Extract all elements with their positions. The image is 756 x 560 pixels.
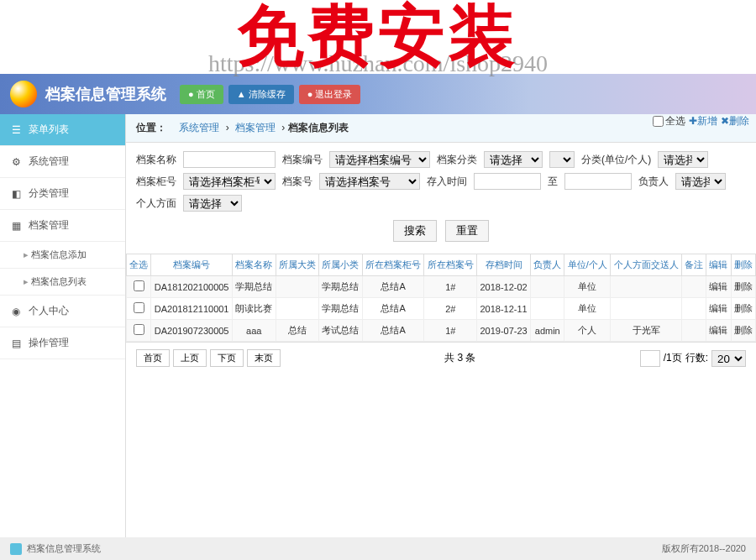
next-page-button[interactable]: 下页 [210, 349, 244, 367]
cell [531, 298, 564, 320]
cell: DA201907230005 [151, 320, 233, 342]
row-checkbox[interactable] [134, 280, 144, 291]
prev-page-button[interactable]: 上页 [173, 349, 207, 367]
logout-button[interactable]: ● 退出登录 [299, 85, 361, 104]
footer-copyright: 版权所有2018--2020 [662, 542, 746, 555]
cell: DA201812110001 [151, 298, 233, 320]
user-icon: ◉ [10, 306, 22, 317]
code-label: 档案编号 [282, 153, 323, 167]
cell: 2019-07-23 [477, 320, 531, 342]
pager-total: 共 3 条 [281, 351, 640, 365]
reset-button[interactable]: 重置 [445, 220, 489, 242]
breadcrumb-lv1[interactable]: 系统管理 [179, 122, 219, 133]
delete-link[interactable]: ✖删除 [721, 114, 749, 128]
sidebar-sub-archive-list[interactable]: 档案信息列表 [0, 269, 125, 296]
sidebar-menu-list[interactable]: ☰菜单列表 [0, 114, 125, 146]
col-header: 档案名称 [233, 254, 276, 276]
time-from-input[interactable] [474, 173, 541, 190]
catunit-select[interactable]: 请选择 [658, 151, 708, 168]
col-header: 所属大类 [276, 254, 319, 276]
cell [611, 276, 682, 298]
delete-link[interactable]: 删除 [731, 276, 755, 298]
cell-unit: 个人 [564, 320, 611, 342]
cell: 1# [424, 276, 477, 298]
cell: 学期总结 [319, 276, 363, 298]
to-label: 至 [548, 175, 558, 189]
cell: 于光军 [611, 320, 682, 342]
col-header: 所在档案柜号 [362, 254, 424, 276]
breadcrumb: 位置： 系统管理 › 档案管理 › 档案信息列表 全选 ✚新增 ✖删除 [126, 114, 756, 143]
table-row: DA201812110001朗读比赛学期总结总结A2#2018-12-11单位编… [127, 298, 756, 320]
cell: 朗读比赛 [233, 298, 276, 320]
footer: 档案信息管理系统 版权所有2018--2020 [0, 537, 756, 560]
room-select[interactable]: 请选择档案号 [319, 173, 420, 190]
name-label: 档案名称 [136, 153, 176, 167]
person-label: 负责人 [638, 175, 669, 189]
page-input[interactable] [640, 350, 660, 367]
app-logo [10, 81, 37, 107]
content: 位置： 系统管理 › 档案管理 › 档案信息列表 全选 ✚新增 ✖删除 档案名称… [126, 114, 756, 553]
cat2-select[interactable] [549, 151, 575, 168]
sidebar-item-personal[interactable]: ◉个人中心 [0, 296, 125, 327]
time-to-input[interactable] [564, 173, 632, 190]
cell: admin [531, 320, 564, 342]
sidebar: ☰菜单列表 ⚙系统管理 ◧分类管理 ▦档案管理 档案信息添加 档案信息列表 ◉个… [0, 114, 126, 553]
time-label: 存入时间 [427, 175, 467, 189]
add-link[interactable]: ✚新增 [689, 114, 717, 128]
aspect-select[interactable]: 请选择 [183, 195, 242, 212]
cell-unit: 单位 [564, 276, 611, 298]
cab-select[interactable]: 请选择档案柜号 [183, 173, 276, 190]
sidebar-item-system[interactable]: ⚙系统管理 [0, 146, 125, 178]
row-checkbox[interactable] [134, 302, 144, 313]
cat-label: 档案分类 [437, 153, 477, 167]
rows-label: 行数: [685, 351, 708, 365]
delete-link[interactable]: 删除 [731, 298, 755, 320]
person-select[interactable]: 请选择 [675, 173, 726, 190]
rows-select[interactable]: 20 [711, 350, 746, 367]
cell: 总结A [362, 298, 424, 320]
main: ☰菜单列表 ⚙系统管理 ◧分类管理 ▦档案管理 档案信息添加 档案信息列表 ◉个… [0, 114, 756, 553]
name-input[interactable] [183, 151, 276, 168]
app-title: 档案信息管理系统 [45, 84, 166, 104]
cat-select[interactable]: 请选择 [484, 151, 543, 168]
folder-icon: ▦ [10, 220, 22, 232]
aspect-label: 个人方面 [136, 196, 176, 211]
col-select-all[interactable]: 全选 [127, 254, 151, 276]
delete-link[interactable]: 删除 [731, 320, 755, 342]
table-row: DA201907230005aaa总结考试总结总结A1#2019-07-23ad… [127, 320, 756, 342]
cell [276, 298, 319, 320]
data-table: 全选档案编号档案名称所属大类所属小类所在档案柜号所在档案号存档时间负责人单位/个… [126, 254, 756, 342]
search-area: 档案名称 档案编号 请选择档案编号 档案分类 请选择 分类(单位/个人) 请选择… [126, 143, 756, 254]
watermark-title: 免费安装 [0, 0, 756, 82]
sidebar-item-archive[interactable]: ▦档案管理 [0, 210, 125, 242]
edit-link[interactable]: 编辑 [706, 320, 731, 342]
gear-icon: ⚙ [10, 156, 22, 168]
clear-cache-button[interactable]: ▲ 清除缓存 [228, 85, 294, 104]
cell: 总结 [276, 320, 319, 342]
sidebar-item-category[interactable]: ◧分类管理 [0, 178, 125, 210]
home-button[interactable]: ● 首页 [180, 85, 223, 104]
col-header: 个人方面交送人 [611, 254, 682, 276]
last-page-button[interactable]: 末页 [247, 349, 281, 367]
per-page-label: /1页 [664, 351, 682, 365]
code-select[interactable]: 请选择档案编号 [329, 151, 430, 168]
cell-unit: 单位 [564, 298, 611, 320]
row-checkbox[interactable] [134, 324, 144, 335]
room-label: 档案号 [282, 175, 312, 189]
search-button[interactable]: 搜索 [393, 220, 437, 242]
pager: 首页 上页 下页 末页 共 3 条 /1页 行数: 20 [126, 342, 756, 374]
breadcrumb-lv2[interactable]: 档案管理 [235, 122, 276, 133]
cell: 学期总结 [233, 276, 276, 298]
sidebar-item-operation[interactable]: ▤操作管理 [0, 327, 125, 359]
cell: 考试总结 [319, 320, 363, 342]
footer-title: 档案信息管理系统 [27, 542, 101, 555]
cell: 总结A [362, 276, 424, 298]
select-all-top[interactable]: 全选 [653, 114, 685, 128]
sidebar-sub-archive-add[interactable]: 档案信息添加 [0, 242, 125, 269]
edit-link[interactable]: 编辑 [706, 298, 731, 320]
tag-icon: ◧ [10, 188, 22, 200]
cell [682, 320, 706, 342]
edit-link[interactable]: 编辑 [706, 276, 731, 298]
first-page-button[interactable]: 首页 [136, 349, 170, 367]
footer-icon [10, 543, 22, 555]
